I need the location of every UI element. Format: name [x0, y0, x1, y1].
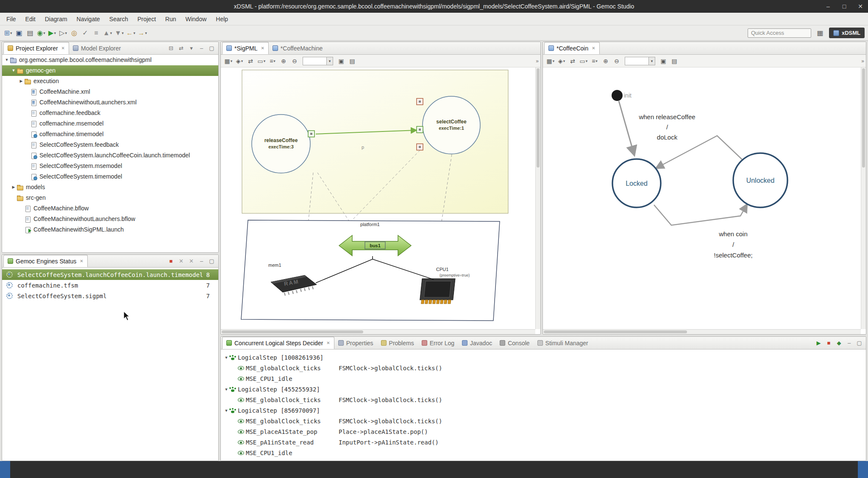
view-toolbar-icon[interactable]: – [198, 45, 205, 52]
editor-tab[interactable]: *CoffeeMachine [269, 42, 326, 54]
expand-arrow-icon[interactable] [11, 182, 17, 193]
menu-item[interactable]: Diagram [40, 13, 72, 25]
dropdown-arrow-icon[interactable] [595, 59, 598, 63]
diagram-tool-button[interactable]: ⊕ [278, 56, 289, 66]
editor-tab[interactable]: *SigPML [222, 42, 269, 54]
view-tab[interactable]: Project Explorer [3, 42, 69, 54]
engines-toolbar-icon[interactable]: – [198, 257, 205, 265]
scrollbar-thumb[interactable] [222, 330, 363, 333]
scrollbar-thumb[interactable] [537, 68, 540, 168]
expand-arrow-icon[interactable] [223, 355, 229, 360]
engine-row[interactable]: SelectCoffeeSystem.launchCoffeeCoin.laun… [2, 269, 218, 280]
engine-row[interactable]: coffemachine.tfsm 7 [2, 280, 218, 291]
close-icon[interactable] [61, 46, 65, 50]
cpu-chip[interactable] [420, 279, 455, 304]
dropdown-arrow-icon[interactable] [231, 59, 233, 63]
close-icon[interactable] [592, 46, 595, 50]
zoom-combo[interactable]: ▾ [625, 57, 655, 65]
toolbar-button[interactable]: ≡ [91, 28, 101, 39]
toolbar-button[interactable]: → [137, 28, 148, 39]
dropdown-arrow-icon[interactable] [241, 59, 243, 63]
toolbar-button[interactable]: ▤ [25, 28, 35, 39]
diagram-tool-button[interactable]: ⇄ [568, 56, 578, 66]
toolbar-button[interactable]: ◎ [69, 28, 79, 39]
bottom-toolbar-icon[interactable]: ▶ [815, 339, 822, 347]
window-control-icon[interactable]: ✕ [857, 3, 864, 10]
dropdown-arrow-icon[interactable] [586, 59, 588, 63]
view-tab[interactable]: Stimuli Manager [534, 337, 592, 349]
horizontal-scrollbar[interactable] [543, 329, 861, 334]
dropdown-arrow-icon[interactable] [264, 59, 266, 63]
menu-item[interactable]: File [2, 13, 21, 25]
quick-access-box[interactable]: Quick Access [748, 28, 811, 38]
diagram-tool-button[interactable]: ▭ [579, 56, 589, 66]
diagram-tool-button[interactable]: ◈ [556, 56, 567, 66]
toolbar-overflow-icon[interactable]: » [536, 58, 540, 64]
diagram-tool-button[interactable]: ≡ [590, 56, 600, 66]
engines-toolbar-icon[interactable]: ▢ [208, 257, 215, 265]
view-tab[interactable]: Error Log [418, 337, 458, 349]
diagram-tool-button[interactable]: ◈ [234, 56, 245, 66]
platform-container[interactable] [241, 220, 500, 321]
dropdown-arrow-icon[interactable] [553, 59, 555, 63]
logical-step-row[interactable]: LogicalStep [455255932] [221, 384, 866, 394]
close-icon[interactable] [326, 341, 330, 345]
view-tab[interactable]: Console [496, 337, 533, 349]
expand-arrow-icon[interactable] [223, 408, 229, 413]
tree-item[interactable]: CoffeeMachinewithSigPML.launch [2, 224, 218, 235]
view-toolbar-icon[interactable]: ▾ [188, 45, 195, 52]
tree-item[interactable]: SelectCoffeeSystem.msemodel [2, 161, 218, 171]
tree-item[interactable]: coffemachine.msemodel [2, 118, 218, 129]
tree-item[interactable]: CoffeeMachine.xml [2, 87, 218, 97]
bottom-toolbar-icon[interactable]: ■ [825, 339, 832, 347]
chevron-down-icon[interactable]: ▾ [326, 57, 333, 65]
logical-step-row[interactable]: MSE_CPU1_idle [221, 373, 866, 384]
close-icon[interactable] [261, 46, 264, 50]
logical-step-row[interactable]: MSE_CPU1_idle [221, 447, 866, 458]
dropdown-arrow-icon[interactable] [563, 59, 565, 63]
bottom-toolbar-icon[interactable]: – [846, 339, 853, 347]
logical-step-row[interactable]: MSE_globalClock_ticks FSMClock->globalCl… [221, 363, 866, 373]
tree-item[interactable]: CoffeeMachinewithoutLaunchers.bflow [2, 214, 218, 224]
expand-arrow-icon[interactable] [18, 76, 24, 87]
coffeecoin-canvas[interactable]: init when releaseCoffee / doLock Locked … [543, 67, 861, 329]
logical-step-row[interactable]: LogicalStep [856970097] [221, 405, 866, 416]
view-toolbar-icon[interactable]: ▢ [208, 45, 215, 52]
perspective-button-xdsml[interactable]: xDSML [829, 28, 865, 38]
agent-releasecoffee[interactable] [252, 115, 310, 173]
dropdown-arrow-icon[interactable] [273, 59, 275, 63]
diagram-tool-button[interactable]: ▦ [223, 56, 234, 66]
toolbar-button[interactable]: ▣ [14, 28, 24, 39]
dropdown-arrow-icon[interactable] [145, 31, 147, 35]
sigpml-canvas[interactable]: p releaseCoffee execTime:3 selectCoffee … [221, 67, 535, 329]
toolbar-button[interactable]: ✓ [80, 28, 90, 39]
diagram-tool-button[interactable]: ⇄ [245, 56, 256, 66]
view-tab[interactable]: Model Explorer [69, 42, 125, 54]
zoom-combo[interactable]: ▾ [303, 57, 333, 65]
tree-item[interactable]: models [2, 182, 218, 193]
menu-item[interactable]: Search [105, 13, 133, 25]
menu-item[interactable]: Run [161, 13, 181, 25]
engines-toolbar-icon[interactable]: ✕ [178, 257, 185, 265]
dropdown-arrow-icon[interactable] [43, 31, 45, 35]
logical-step-row[interactable]: MSE_pA1inState_read InputPort->pA1inStat… [221, 437, 866, 447]
diagram-tool-button[interactable]: ▣ [336, 56, 346, 66]
expand-arrow-icon[interactable] [11, 65, 17, 76]
logical-step-row[interactable]: MSE_globalClock_ticks FSMClock->globalCl… [221, 416, 866, 426]
tree-item[interactable]: SelectCoffeeSystem.launchCoffeeCoin.laun… [2, 150, 218, 161]
scrollbar-thumb[interactable] [544, 330, 687, 333]
view-tab[interactable]: Gemoc Engines Status [3, 255, 88, 267]
agent-selectcoffee[interactable] [423, 96, 480, 154]
tree-item[interactable]: execution [2, 76, 218, 87]
chevron-down-icon[interactable]: ▾ [648, 57, 655, 65]
menu-item[interactable]: Project [133, 13, 161, 25]
view-tab[interactable]: Concurrent Logical Steps Decider [222, 337, 334, 349]
diagram-tool-button[interactable]: ⊕ [601, 56, 611, 66]
view-tab[interactable]: Javadoc [458, 337, 496, 349]
dropdown-arrow-icon[interactable] [54, 31, 56, 35]
menu-item[interactable]: Navigate [72, 13, 105, 25]
initial-state[interactable] [612, 90, 623, 101]
dropdown-arrow-icon[interactable] [110, 31, 112, 35]
diagram-tool-button[interactable]: ⊖ [289, 56, 300, 66]
toolbar-button[interactable]: ▷ [58, 28, 68, 39]
